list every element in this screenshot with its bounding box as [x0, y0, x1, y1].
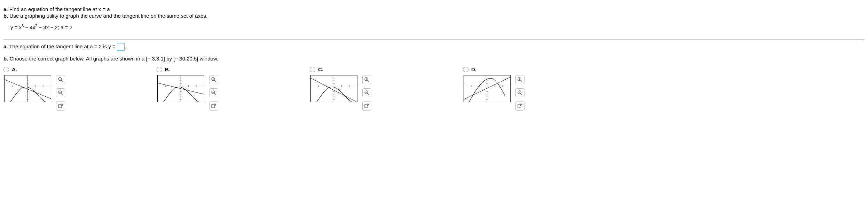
equation: y = x3 − 4x2 − 3x − 2; a = 2 [10, 24, 865, 30]
part-b-text: Use a graphing utility to graph the curv… [8, 13, 207, 19]
zoom-out-icon[interactable] [515, 88, 524, 97]
graph-d [464, 75, 511, 102]
answer-part-a: a. The equation of the tangent line at a… [3, 43, 865, 51]
graph-a-controls [56, 75, 65, 111]
radio-c[interactable] [310, 67, 315, 72]
part-b-label: b. [3, 13, 8, 19]
svg-line-44 [214, 94, 216, 95]
zoom-out-icon[interactable] [56, 88, 65, 97]
choice-d: D. [463, 66, 616, 111]
answer-b-label: b. [3, 56, 8, 62]
part-a-text: Find an equation of the tangent line at … [8, 6, 110, 12]
zoom-out-icon[interactable] [209, 88, 218, 97]
zoom-in-icon[interactable] [56, 75, 65, 84]
graph-b-controls [209, 75, 218, 111]
radio-d[interactable] [463, 67, 468, 72]
problem-prompt: a. Find an equation of the tangent line … [3, 3, 865, 37]
svg-line-92 [521, 94, 522, 95]
zoom-in-icon[interactable] [515, 75, 524, 84]
radio-b[interactable] [157, 67, 162, 72]
zoom-in-icon[interactable] [209, 75, 218, 84]
answer-a-before: The equation of the tangent line at a = … [8, 43, 117, 49]
choice-d-header[interactable]: D. [463, 66, 616, 72]
answer-a-label: a. [3, 43, 8, 49]
answer-b-text: Choose the correct graph below. All grap… [8, 56, 218, 62]
svg-rect-22 [58, 105, 62, 108]
choice-c: C. [310, 66, 463, 111]
choice-d-label: D. [471, 66, 476, 72]
svg-rect-94 [518, 105, 521, 108]
part-b-prompt: b. Use a graphing utility to graph the c… [3, 13, 865, 19]
zoom-in-icon[interactable] [362, 75, 371, 84]
part-a-label: a. [3, 6, 8, 12]
graph-a [4, 75, 51, 102]
svg-line-20 [61, 94, 63, 95]
svg-line-68 [368, 94, 369, 95]
choice-b: B. [157, 66, 310, 111]
popout-icon[interactable] [515, 102, 524, 111]
choice-a: A. [3, 66, 157, 111]
svg-line-64 [368, 80, 369, 82]
choice-c-header[interactable]: C. [310, 66, 463, 72]
popout-icon[interactable] [362, 102, 371, 111]
separator [3, 39, 865, 40]
choice-b-label: B. [165, 66, 170, 72]
graph-c [310, 75, 357, 102]
graph-c-controls [362, 75, 371, 111]
popout-icon[interactable] [209, 102, 218, 111]
choices-row: A. [3, 66, 865, 111]
answer-input-box[interactable] [117, 43, 125, 51]
graph-d-controls [515, 75, 524, 111]
zoom-out-icon[interactable] [362, 88, 371, 97]
graph-b [157, 75, 204, 102]
choice-b-header[interactable]: B. [157, 66, 310, 72]
svg-line-88 [521, 80, 522, 82]
choice-a-label: A. [12, 66, 17, 72]
svg-rect-70 [365, 105, 368, 108]
svg-line-16 [61, 80, 63, 82]
answer-part-b: b. Choose the correct graph below. All g… [3, 56, 865, 62]
choice-c-label: C. [318, 66, 323, 72]
part-a-prompt: a. Find an equation of the tangent line … [3, 6, 865, 12]
svg-line-40 [214, 80, 216, 82]
popout-icon[interactable] [56, 102, 65, 111]
answer-a-after: . [125, 43, 126, 49]
svg-rect-46 [212, 105, 215, 108]
choice-a-header[interactable]: A. [3, 66, 157, 72]
radio-a[interactable] [3, 67, 9, 72]
